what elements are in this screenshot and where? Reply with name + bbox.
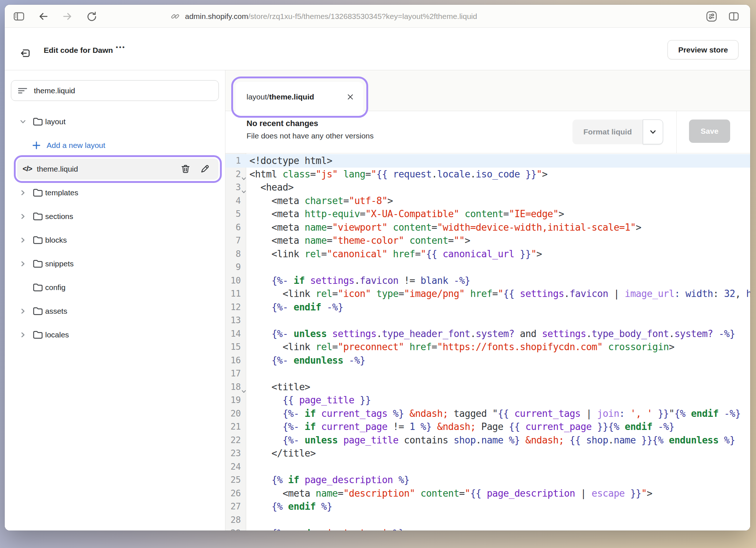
sidebar-item-sections[interactable]: sections xyxy=(5,204,225,228)
code-line-25[interactable]: 25 {% if page_description %} xyxy=(225,473,750,487)
page-settings-icon[interactable] xyxy=(705,10,718,23)
code-line-17[interactable]: 17 xyxy=(225,367,750,380)
folder-label: config xyxy=(45,283,66,292)
exit-icon[interactable] xyxy=(19,47,32,60)
code-line-13[interactable]: 13 xyxy=(225,314,750,327)
folder-label: layout xyxy=(45,117,66,126)
forward-icon[interactable] xyxy=(62,11,73,22)
chevron-right-icon[interactable] xyxy=(16,331,30,339)
status-title: No recent changes xyxy=(247,119,374,128)
address-bar[interactable]: admin.shopify.com/store/rzq1xu-f5/themes… xyxy=(170,5,477,28)
chevron-right-icon[interactable] xyxy=(16,260,30,268)
code-line-28[interactable]: 28 xyxy=(225,513,750,527)
pencil-icon[interactable] xyxy=(197,162,212,176)
line-number: 22 xyxy=(225,434,241,447)
overflow-menu-icon[interactable]: ••• xyxy=(116,44,126,51)
code-line-11[interactable]: 11 <link rel="icon" type="image/png" hre… xyxy=(225,287,750,301)
code-line-23[interactable]: 23 </title> xyxy=(225,447,750,460)
code-line-27[interactable]: 27 {% endif %} xyxy=(225,500,750,513)
code-line-4[interactable]: 4 <meta charset="utf-8"> xyxy=(225,194,750,208)
sidebar-item-locales[interactable]: locales xyxy=(5,323,225,347)
folder-label: templates xyxy=(45,188,78,197)
code-line-5[interactable]: 5 <meta http-equiv="X-UA-Compatible" con… xyxy=(225,207,750,221)
code-line-2[interactable]: 2<html class="js" lang="{{ request.local… xyxy=(225,168,750,181)
code-line-29[interactable]: 29 {% render 'meta-tags' %} xyxy=(225,527,750,531)
sidebar-action-label: Add a new layout xyxy=(47,141,105,150)
code-line-1[interactable]: 1<!doctype html> xyxy=(225,154,750,168)
line-number: 6 xyxy=(225,221,241,234)
folder-label: blocks xyxy=(45,236,67,244)
url-host: admin.shopify.com xyxy=(185,12,248,20)
app-header: Edit code for Dawn ••• Preview store xyxy=(5,28,750,70)
folder-icon xyxy=(30,211,45,222)
chevron-down-icon[interactable] xyxy=(643,120,663,144)
page-title: Edit code for Dawn xyxy=(44,46,113,55)
back-icon[interactable] xyxy=(38,11,49,22)
line-number: 8 xyxy=(225,247,241,261)
sidebar-item-blocks[interactable]: blocks xyxy=(5,228,225,252)
code-line-3[interactable]: 3 <head> xyxy=(225,181,750,194)
sidebar-item-assets[interactable]: assets xyxy=(5,299,225,323)
code-line-6[interactable]: 6 <meta name="viewport" content="width=d… xyxy=(225,221,750,234)
filter-input[interactable] xyxy=(34,86,213,95)
selected-file-pill[interactable]: </>theme.liquid xyxy=(17,158,218,180)
link-icon xyxy=(170,12,180,21)
chevron-right-icon[interactable] xyxy=(16,307,30,315)
code-line-24[interactable]: 24 xyxy=(225,460,750,474)
folder-label: locales xyxy=(45,330,69,339)
line-number: 27 xyxy=(225,500,241,513)
tab-strip: layout/theme.liquid xyxy=(225,70,750,111)
code-line-8[interactable]: 8 <link rel="canonical" href="{{ canonic… xyxy=(225,247,750,261)
trash-icon[interactable] xyxy=(178,162,193,176)
sidebar-item-templates[interactable]: templates xyxy=(5,181,225,204)
toolbar-divider xyxy=(676,111,677,153)
browser-window: admin.shopify.com/store/rzq1xu-f5/themes… xyxy=(5,5,750,531)
sidebar-toggle-icon[interactable] xyxy=(13,10,25,23)
code-line-26[interactable]: 26 <meta name="description" content="{{ … xyxy=(225,487,750,500)
file-tree: layoutAdd a new layout</>theme.liquidtem… xyxy=(5,110,225,347)
line-number: 18 xyxy=(225,380,241,394)
sidebar-item-add-a-new-layout[interactable]: Add a new layout xyxy=(5,133,225,157)
status-subtitle: File does not have any other versions xyxy=(247,132,374,140)
sidebar-item-theme-liquid[interactable]: </>theme.liquid xyxy=(5,157,225,181)
code-line-20[interactable]: 20 {%- if current_tags %} &ndash; tagged… xyxy=(225,407,750,420)
code-file-icon: </> xyxy=(23,165,32,173)
close-icon[interactable] xyxy=(346,93,354,101)
chevron-down-icon[interactable] xyxy=(16,118,30,126)
preview-store-button[interactable]: Preview store xyxy=(668,40,739,59)
code-line-18[interactable]: 18 <title> xyxy=(225,380,750,394)
folder-icon xyxy=(30,234,45,246)
code-line-22[interactable]: 22 {%- unless page_title contains shop.n… xyxy=(225,434,750,447)
save-button[interactable]: Save xyxy=(689,120,730,143)
line-number: 17 xyxy=(225,367,241,380)
tab-theme-liquid[interactable]: layout/theme.liquid xyxy=(236,82,363,111)
code-line-21[interactable]: 21 {%- if current_page != 1 %} &ndash; P… xyxy=(225,420,750,434)
reload-icon[interactable] xyxy=(86,10,98,23)
line-number: 13 xyxy=(225,314,241,327)
code-line-12[interactable]: 12 {%- endif -%} xyxy=(225,301,750,314)
sidebar-item-config[interactable]: config xyxy=(5,275,225,299)
sidebar-item-layout[interactable]: layout xyxy=(5,110,225,133)
split-view-icon[interactable] xyxy=(728,10,740,23)
file-sidebar: layoutAdd a new layout</>theme.liquidtem… xyxy=(5,70,225,531)
code-lines: 1<!doctype html>2<html class="js" lang="… xyxy=(225,154,750,531)
plus-icon xyxy=(32,141,41,150)
format-liquid-button[interactable]: Format liquid xyxy=(572,120,643,144)
code-line-15[interactable]: 15 <link rel="preconnect" href="https://… xyxy=(225,340,750,354)
code-editor[interactable]: 1<!doctype html>2<html class="js" lang="… xyxy=(225,153,750,531)
code-line-14[interactable]: 14 {%- unless settings.type_header_font.… xyxy=(225,327,750,341)
chevron-right-icon[interactable] xyxy=(16,236,30,244)
sidebar-item-snippets[interactable]: snippets xyxy=(5,252,225,275)
line-number: 9 xyxy=(225,261,241,274)
code-line-10[interactable]: 10 {%- if settings.favicon != blank -%} xyxy=(225,274,750,287)
code-line-16[interactable]: 16 {%- endunless -%} xyxy=(225,354,750,367)
line-number: 14 xyxy=(225,327,241,341)
code-line-9[interactable]: 9 xyxy=(225,261,750,274)
code-line-7[interactable]: 7 <meta name="theme-color" content=""> xyxy=(225,234,750,247)
url-text: admin.shopify.com/store/rzq1xu-f5/themes… xyxy=(185,12,477,21)
chevron-right-icon[interactable] xyxy=(16,212,30,220)
filter-icon xyxy=(17,85,28,96)
chevron-right-icon[interactable] xyxy=(16,189,30,197)
tab-label: layout/theme.liquid xyxy=(247,93,314,101)
code-line-19[interactable]: 19 {{ page_title }} xyxy=(225,394,750,407)
